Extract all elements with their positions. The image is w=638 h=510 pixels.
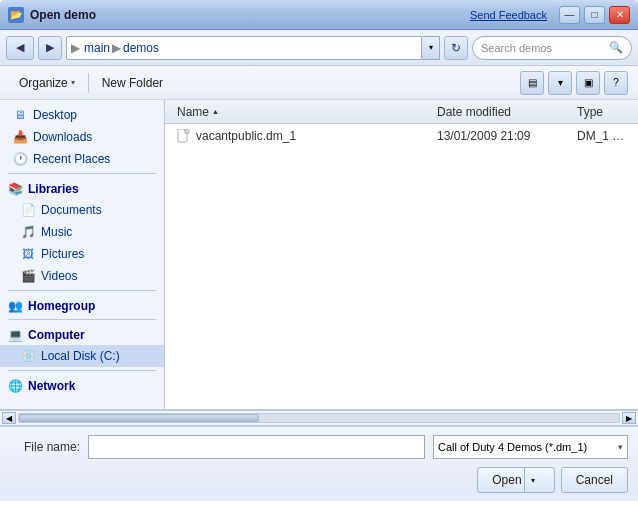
sidebar-item-homegroup[interactable]: 👥 Homegroup: [0, 294, 164, 316]
filename-label: File name:: [10, 440, 80, 454]
path-separator: ▶: [112, 41, 121, 55]
address-dropdown[interactable]: ▾: [422, 36, 440, 60]
filetype-dropdown[interactable]: Call of Duty 4 Demos (*.dm_1) ▾: [433, 435, 628, 459]
organize-button[interactable]: Organize ▾: [10, 70, 84, 96]
sidebar-item-recent-label: Recent Places: [33, 152, 110, 166]
sidebar-item-downloads-label: Downloads: [33, 130, 92, 144]
view-arrow-button[interactable]: ▾: [548, 71, 572, 95]
sidebar-divider-1: [8, 173, 156, 174]
sidebar-item-music-label: Music: [41, 225, 72, 239]
refresh-button[interactable]: ↻: [444, 36, 468, 60]
scroll-right-button[interactable]: ▶: [622, 412, 636, 424]
window-icon: 📂: [8, 7, 24, 23]
sidebar-item-music[interactable]: 🎵 Music: [0, 221, 164, 243]
path-part-demos[interactable]: demos: [123, 41, 159, 55]
file-cell-type: DM_1 File: [569, 129, 634, 143]
help-button[interactable]: ?: [604, 71, 628, 95]
sidebar-item-recent-places[interactable]: 🕐 Recent Places: [0, 148, 164, 170]
localdisk-icon: 💿: [20, 348, 36, 364]
column-date-label: Date modified: [437, 105, 511, 119]
sidebar: 🖥 Desktop 📥 Downloads 🕐 Recent Places 📚 …: [0, 100, 165, 409]
sidebar-item-localdisk-label: Local Disk (C:): [41, 349, 120, 363]
network-label: Network: [28, 379, 75, 393]
action-row: Open ▾ Cancel: [10, 467, 628, 493]
scroll-left-button[interactable]: ◀: [2, 412, 16, 424]
send-feedback-link[interactable]: Send Feedback: [470, 9, 547, 21]
music-icon: 🎵: [20, 224, 36, 240]
close-button[interactable]: ✕: [609, 6, 630, 24]
libraries-icon: 📚: [8, 182, 23, 196]
sidebar-item-desktop[interactable]: 🖥 Desktop: [0, 104, 164, 126]
main-content: 🖥 Desktop 📥 Downloads 🕐 Recent Places 📚 …: [0, 100, 638, 410]
file-cell-date: 13/01/2009 21:09: [429, 129, 569, 143]
bottom-bar: File name: Call of Duty 4 Demos (*.dm_1)…: [0, 426, 638, 501]
search-box[interactable]: Search demos 🔍: [472, 36, 632, 60]
address-path[interactable]: ▶ main ▶ demos: [66, 36, 422, 60]
maximize-button[interactable]: □: [584, 6, 605, 24]
network-icon: 🌐: [8, 379, 23, 393]
column-header-date[interactable]: Date modified: [429, 105, 569, 119]
downloads-icon: 📥: [12, 129, 28, 145]
cancel-label: Cancel: [576, 473, 613, 487]
svg-rect-1: [185, 129, 189, 133]
minimize-button[interactable]: —: [559, 6, 580, 24]
new-folder-label: New Folder: [102, 76, 163, 90]
sidebar-item-videos[interactable]: 🎬 Videos: [0, 265, 164, 287]
column-header-type[interactable]: Type: [569, 105, 634, 119]
back-button[interactable]: ◀: [6, 36, 34, 60]
filename-row: File name: Call of Duty 4 Demos (*.dm_1)…: [10, 435, 628, 459]
title-bar: 📂 Open demo Send Feedback — □ ✕: [0, 0, 638, 30]
window-controls: Send Feedback — □ ✕: [470, 6, 630, 24]
table-row[interactable]: vacantpublic.dm_1 13/01/2009 21:09 DM_1 …: [165, 124, 638, 148]
cancel-button[interactable]: Cancel: [561, 467, 628, 493]
computer-icon: 💻: [8, 328, 23, 342]
recent-places-icon: 🕐: [12, 151, 28, 167]
sidebar-item-documents[interactable]: 📄 Documents: [0, 199, 164, 221]
address-bar: ◀ ▶ ▶ main ▶ demos ▾ ↻ Search demos 🔍: [0, 30, 638, 66]
sidebar-item-network[interactable]: 🌐 Network: [0, 374, 164, 396]
panel-button[interactable]: ▣: [576, 71, 600, 95]
search-placeholder: Search demos: [481, 42, 552, 54]
file-name-value: vacantpublic.dm_1: [196, 129, 296, 143]
open-dropdown-arrow[interactable]: ▾: [524, 467, 542, 493]
filetype-dropdown-arrow: ▾: [618, 442, 623, 452]
toolbar-separator: [88, 73, 89, 93]
homegroup-icon: 👥: [8, 299, 23, 313]
sidebar-divider-2: [8, 290, 156, 291]
sidebar-item-computer[interactable]: 💻 Computer: [0, 323, 164, 345]
sidebar-item-pictures[interactable]: 🖼 Pictures: [0, 243, 164, 265]
sidebar-divider-3: [8, 319, 156, 320]
scroll-thumb[interactable]: [19, 414, 259, 422]
file-list: Name ▲ Date modified Type vacantpublic.d…: [165, 100, 638, 409]
sidebar-item-documents-label: Documents: [41, 203, 102, 217]
file-cell-name: vacantpublic.dm_1: [169, 129, 429, 143]
desktop-icon: 🖥: [12, 107, 28, 123]
filetype-label: Call of Duty 4 Demos (*.dm_1): [438, 441, 587, 453]
sidebar-item-downloads[interactable]: 📥 Downloads: [0, 126, 164, 148]
new-folder-button[interactable]: New Folder: [93, 70, 172, 96]
forward-button[interactable]: ▶: [38, 36, 62, 60]
horizontal-scrollbar[interactable]: ◀ ▶: [0, 410, 638, 426]
scroll-track[interactable]: [18, 413, 620, 423]
sidebar-item-videos-label: Videos: [41, 269, 77, 283]
toolbar: Organize ▾ New Folder ▤ ▾ ▣ ?: [0, 66, 638, 100]
view-button[interactable]: ▤: [520, 71, 544, 95]
sidebar-item-pictures-label: Pictures: [41, 247, 84, 261]
file-icon: [177, 129, 191, 143]
toolbar-right: ▤ ▾ ▣ ?: [520, 71, 628, 95]
search-icon[interactable]: 🔍: [609, 41, 623, 54]
sidebar-item-desktop-label: Desktop: [33, 108, 77, 122]
column-header-name[interactable]: Name ▲: [169, 105, 429, 119]
column-type-label: Type: [577, 105, 603, 119]
sidebar-section-libraries[interactable]: 📚 Libraries: [0, 177, 164, 199]
homegroup-label: Homegroup: [28, 299, 95, 313]
open-button[interactable]: Open ▾: [477, 467, 554, 493]
pictures-icon: 🖼: [20, 246, 36, 262]
file-list-header: Name ▲ Date modified Type: [165, 100, 638, 124]
organize-label: Organize: [19, 76, 68, 90]
path-part-main[interactable]: main: [84, 41, 110, 55]
filename-input[interactable]: [88, 435, 425, 459]
column-name-label: Name: [177, 105, 209, 119]
sidebar-item-localdisk[interactable]: 💿 Local Disk (C:): [0, 345, 164, 367]
computer-label: Computer: [28, 328, 85, 342]
